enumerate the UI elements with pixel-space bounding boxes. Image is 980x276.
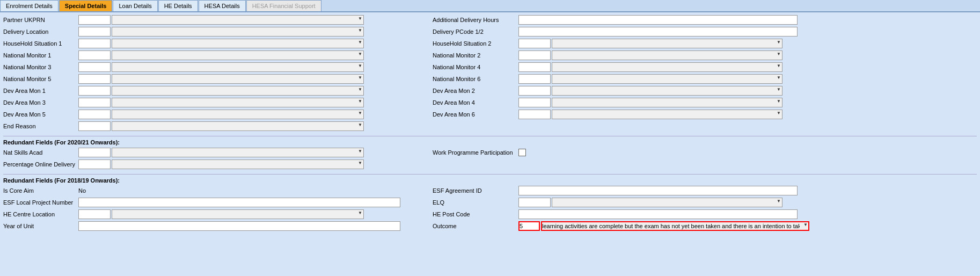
national-monitor6-input-sm[interactable] [518, 74, 551, 84]
tab-he-details[interactable]: HE Details [158, 0, 198, 11]
household-situation2-select-wrapper [552, 39, 782, 48]
he-centre-location-select[interactable] [112, 209, 364, 219]
dev-area-mon4-select[interactable] [552, 98, 782, 107]
percentage-online-input-sm[interactable] [78, 159, 111, 169]
nat-skills-acad-input-sm[interactable] [78, 148, 111, 157]
national-monitor5-label: National Monitor 5 [3, 76, 78, 82]
delivery-pcode-row: Delivery PCode 1/2 [433, 26, 977, 37]
esf-local-project-input[interactable] [78, 198, 400, 207]
household-situation1-input-sm[interactable] [78, 39, 111, 48]
percentage-online-row: Percentage Online Delivery [3, 159, 427, 170]
delivery-location-input-sm[interactable] [78, 27, 111, 37]
end-reason-group [78, 121, 364, 131]
national-monitor4-select[interactable] [552, 62, 782, 72]
additional-delivery-hours-row: Additional Delivery Hours [433, 14, 977, 25]
national-monitor4-label: National Monitor 4 [433, 64, 518, 70]
dev-area-mon1-row: Dev Area Mon 1 [3, 85, 427, 96]
dev-area-mon1-label: Dev Area Mon 1 [3, 88, 78, 94]
household-situation1-select-wrapper [112, 39, 364, 48]
work-programme-checkbox[interactable] [518, 149, 526, 156]
dev-area-mon2-input-sm[interactable] [518, 86, 551, 96]
household-situation2-input-sm[interactable] [518, 39, 551, 48]
elq-row: ELQ [433, 197, 977, 208]
esf-local-project-row: ESF Local Project Number [3, 197, 427, 208]
national-monitor3-select[interactable] [112, 62, 364, 72]
dev-area-mon6-row: Dev Area Mon 6 [433, 109, 977, 120]
esf-agreement-input[interactable] [518, 186, 798, 195]
national-monitor3-input-sm[interactable] [78, 62, 111, 72]
household-situation1-group [78, 39, 364, 48]
end-reason-label: End Reason [3, 123, 78, 129]
redundant-2020-left: Nat Skills Acad Percentage Online Delive… [3, 147, 427, 171]
tab-loan-details[interactable]: Loan Details [113, 0, 157, 11]
national-monitor4-input-sm[interactable] [518, 62, 551, 72]
two-col-layout: Partner UKPRN Delivery Location [3, 14, 977, 133]
outcome-input[interactable]: 5 [518, 221, 540, 231]
partner-ukprn-group [78, 15, 364, 25]
national-monitor1-select[interactable] [112, 50, 364, 60]
household-situation2-group [518, 39, 782, 48]
is-core-aim-label: Is Core Aim [3, 187, 78, 194]
dev-area-mon3-input-sm[interactable] [78, 98, 111, 107]
percentage-online-label: Percentage Online Delivery [3, 161, 78, 168]
dev-area-mon3-row: Dev Area Mon 3 [3, 97, 427, 108]
redundant-2018-section: Redundant Fields (For 2018/19 Onwards): … [3, 177, 977, 233]
national-monitor2-input-sm[interactable] [518, 50, 551, 60]
household-situation1-select[interactable] [112, 39, 364, 48]
dev-area-mon5-input-sm[interactable] [78, 110, 111, 119]
percentage-online-group [78, 159, 364, 169]
percentage-online-select[interactable] [112, 159, 364, 169]
national-monitor5-input-sm[interactable] [78, 74, 111, 84]
he-post-code-row: HE Post Code [433, 209, 977, 220]
nat-skills-acad-select[interactable] [112, 148, 364, 157]
national-monitor2-select[interactable] [552, 50, 782, 60]
elq-select[interactable] [552, 198, 782, 207]
outcome-row: Outcome 5 learning activities are comple… [433, 221, 977, 231]
end-reason-row: End Reason [3, 121, 427, 132]
nat-skills-acad-select-wrapper [112, 148, 364, 157]
national-monitor5-row: National Monitor 5 [3, 74, 427, 84]
tab-special-details[interactable]: Special Details [59, 0, 113, 11]
end-reason-select[interactable] [112, 121, 364, 131]
dev-area-mon6-select[interactable] [552, 110, 782, 119]
partner-ukprn-select[interactable] [112, 15, 364, 25]
national-monitor1-input-sm[interactable] [78, 50, 111, 60]
delivery-location-group [78, 27, 364, 37]
dev-area-mon4-input-sm[interactable] [518, 98, 551, 107]
outcome-select[interactable]: learning activities are complete but the… [541, 221, 809, 231]
national-monitor6-select[interactable] [552, 74, 782, 84]
tab-hesa-details[interactable]: HESA Details [199, 0, 246, 11]
dev-area-mon4-row: Dev Area Mon 4 [433, 97, 977, 108]
national-monitor6-select-wrapper [552, 74, 782, 84]
dev-area-mon2-group [518, 86, 782, 96]
dev-area-mon6-input-sm[interactable] [518, 110, 551, 119]
national-monitor5-select[interactable] [112, 74, 364, 84]
he-post-code-input[interactable] [518, 209, 798, 219]
dev-area-mon1-select[interactable] [112, 86, 364, 96]
dev-area-mon5-select[interactable] [112, 110, 364, 119]
household-situation2-select[interactable] [552, 39, 782, 48]
dev-area-mon2-row: Dev Area Mon 2 [433, 85, 977, 96]
household-situation1-row: HouseHold Situation 1 [3, 38, 427, 49]
household-situation2-row: HouseHold Situation 2 [433, 38, 977, 49]
esf-agreement-row: ESF Agreement ID [433, 185, 977, 196]
dev-area-mon2-select[interactable] [552, 86, 782, 96]
elq-input-sm[interactable] [518, 198, 551, 207]
end-reason-input-sm[interactable] [78, 121, 111, 131]
additional-delivery-hours-input[interactable] [518, 15, 798, 25]
he-centre-location-row: HE Centre Location [3, 209, 427, 220]
national-monitor6-group [518, 74, 782, 84]
delivery-location-select[interactable] [112, 27, 364, 37]
partner-ukprn-input-sm[interactable] [78, 15, 111, 25]
tab-bar: Enrolment Details Special Details Loan D… [0, 0, 980, 12]
tab-enrolment-details[interactable]: Enrolment Details [0, 0, 58, 11]
dev-area-mon3-select[interactable] [112, 98, 364, 107]
year-of-unit-input[interactable] [78, 221, 400, 231]
nat-skills-acad-group [78, 148, 364, 157]
delivery-pcode-input[interactable] [518, 27, 798, 37]
delivery-location-row: Delivery Location [3, 26, 427, 37]
he-centre-location-input-sm[interactable] [78, 209, 111, 219]
national-monitor2-select-wrapper [552, 50, 782, 60]
dev-area-mon1-input-sm[interactable] [78, 86, 111, 96]
main-content: Partner UKPRN Delivery Location [0, 12, 980, 238]
